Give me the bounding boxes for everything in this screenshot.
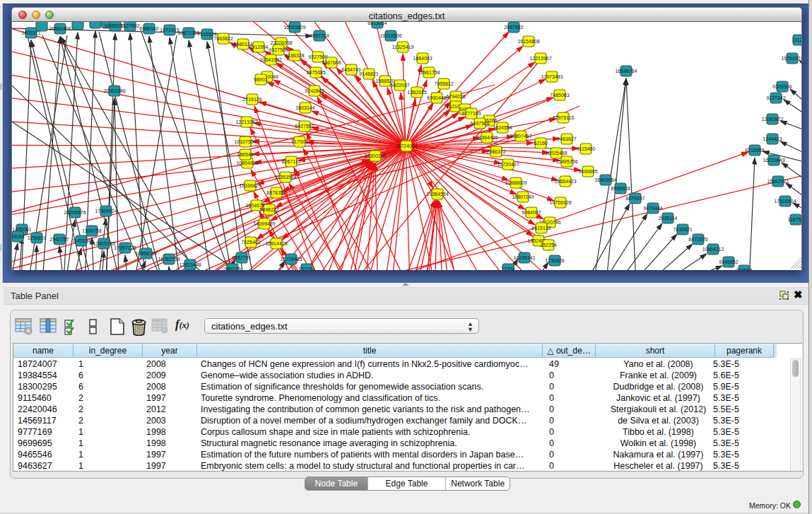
svg-text:9146821: 9146821 [359,71,378,76]
svg-text:14136141: 14136141 [513,255,535,260]
svg-text:9474444: 9474444 [643,206,662,211]
svg-text:1071915: 1071915 [160,28,179,33]
svg-text:7625402: 7625402 [241,240,260,245]
svg-text:917004: 917004 [291,139,307,144]
svg-text:7663822: 7663822 [213,36,233,41]
svg-text:6794028: 6794028 [446,94,465,99]
svg-text:14099489: 14099489 [253,221,275,226]
svg-text:15495756: 15495756 [555,159,577,164]
svg-text:5822037: 5822037 [390,83,409,88]
svg-text:20206576: 20206576 [64,210,86,215]
svg-text:1527602: 1527602 [120,23,139,28]
svg-text:16914479: 16914479 [265,241,287,246]
svg-text:1156819: 1156819 [28,235,47,240]
svg-text:7955812: 7955812 [434,81,453,86]
svg-text:10958107: 10958107 [135,251,157,256]
svg-text:17359924: 17359924 [95,209,117,214]
svg-text:10973493: 10973493 [541,74,563,79]
svg-text:11353594: 11353594 [275,175,297,180]
svg-text:116753: 116753 [788,217,802,222]
svg-text:1733426: 1733426 [545,258,564,263]
svg-text:19654923: 19654923 [554,179,576,184]
svg-text:15720407: 15720407 [497,162,519,167]
svg-text:1145194: 1145194 [72,238,91,243]
svg-text:8186328: 8186328 [285,53,304,58]
svg-text:924565: 924565 [736,268,752,270]
svg-text:1399758: 1399758 [82,228,101,233]
svg-text:3624554: 3624554 [493,125,512,130]
svg-text:19756928: 19756928 [549,200,571,205]
svg-text:8471676: 8471676 [688,237,707,242]
svg-text:186546: 186546 [237,152,253,157]
svg-text:9084067: 9084067 [522,210,541,215]
svg-text:9245652: 9245652 [719,259,738,264]
svg-text:62160: 62160 [534,141,548,146]
svg-text:2942757: 2942757 [49,237,69,242]
svg-text:8427552: 8427552 [295,124,314,129]
svg-text:19166829: 19166829 [239,183,261,188]
svg-text:10961758: 10961758 [418,70,440,75]
svg-text:16033809: 16033809 [283,25,305,30]
svg-text:2087682: 2087682 [504,25,523,30]
svg-text:9115460: 9115460 [577,146,596,151]
svg-text:39154: 39154 [12,234,25,239]
svg-text:12923448: 12923448 [179,262,201,267]
svg-text:16648784: 16648784 [615,69,637,74]
svg-text:9329906: 9329906 [772,84,792,89]
svg-text:19384554: 19384554 [426,192,448,197]
svg-text:11325419: 11325419 [392,45,414,49]
svg-text:9327506: 9327506 [269,47,288,52]
svg-text:10807467: 10807467 [510,134,531,139]
svg-text:10654112: 10654112 [702,247,724,252]
svg-text:9857791: 9857791 [232,255,251,260]
svg-text:12975115: 12975115 [553,115,575,120]
svg-text:985779: 985779 [224,267,240,270]
svg-text:8912954: 8912954 [249,45,268,49]
svg-text:1244413: 1244413 [763,136,782,141]
svg-text:7857224: 7857224 [310,33,329,38]
svg-text:10671355: 10671355 [177,30,199,35]
svg-text:8878352: 8878352 [266,190,286,195]
svg-text:12213967: 12213967 [529,56,551,61]
svg-text:8215955: 8215955 [745,148,764,153]
svg-text:17016504: 17016504 [774,199,796,204]
svg-text:10654925: 10654925 [236,160,258,165]
svg-text:17957225: 17957225 [114,245,136,250]
svg-text:15751074: 15751074 [781,56,802,61]
svg-text:2935114: 2935114 [659,216,678,221]
svg-text:21364436: 21364436 [476,135,498,140]
svg-text:15716485: 15716485 [280,257,302,262]
svg-text:1864093: 1864093 [413,56,432,61]
svg-text:16210643: 16210643 [763,158,784,163]
svg-text:11124: 11124 [792,37,802,42]
svg-text:17334: 17334 [501,267,515,270]
svg-text:16782759: 16782759 [158,257,180,262]
svg-text:10688609: 10688609 [505,180,526,185]
svg-text:6966160: 6966160 [139,26,158,31]
svg-text:252254: 252254 [540,243,556,247]
svg-text:8267110: 8267110 [282,159,301,164]
svg-text:19218506: 19218506 [379,33,401,38]
svg-text:5498222: 5498222 [259,207,278,212]
svg-text:9327508: 9327508 [308,54,327,59]
svg-text:98901: 98901 [254,77,268,82]
svg-text:3875685: 3875685 [306,70,325,75]
svg-text:8813054: 8813054 [367,22,387,25]
svg-text:10543382: 10543382 [259,57,281,62]
svg-text:12905135: 12905135 [93,241,114,246]
svg-text:10025488: 10025488 [545,151,567,156]
svg-text:16409954: 16409954 [594,177,616,182]
svg-text:6990448: 6990448 [427,95,446,100]
svg-text:20053346: 20053346 [103,88,125,93]
svg-text:9242845: 9242845 [305,88,324,93]
svg-text:2367608: 2367608 [322,60,341,65]
svg-text:12093872: 12093872 [761,117,783,122]
svg-text:2803144: 2803144 [295,105,314,110]
svg-text:9227342: 9227342 [766,95,785,100]
svg-text:9463627: 9463627 [557,136,576,141]
svg-text:157164: 157164 [298,267,314,270]
svg-text:1362615: 1362615 [407,90,426,95]
svg-text:8958928: 8958928 [611,186,630,191]
svg-text:6879197: 6879197 [625,196,645,201]
svg-text:7632621: 7632621 [673,227,692,232]
